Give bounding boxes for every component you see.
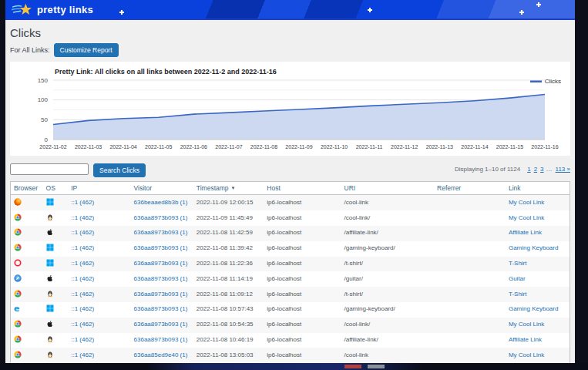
page-link[interactable]: 3 [540,166,543,173]
brand-text: pretty links [37,2,93,17]
os-cell [43,226,69,241]
pretty-link-cell[interactable]: Affiliate Link [506,333,570,348]
ip-link-cell[interactable]: ::1 (462) [68,271,130,287]
search-input[interactable] [10,163,89,175]
sparkle-icon [536,2,541,7]
pretty-link-cell[interactable]: T-Shirt [506,257,570,272]
ip-link-cell[interactable]: ::1 (462) [68,302,130,318]
timestamp-cell: 2022-11-08 10:57:43 [193,302,264,318]
pretty-link-cell[interactable]: My Cool Link [506,195,570,210]
uri-cell: /t-shirt/ [341,257,435,272]
safari-icon [14,274,22,282]
os-cell [43,210,69,226]
visitor-link-cell[interactable]: 636aa8973b093 (1) [131,271,193,287]
timestamp-cell: 2022-11-08 11:22:36 [193,257,264,272]
host-cell: ip6-localhost [264,241,341,257]
page-link[interactable]: 2 [534,166,537,173]
pretty-link-cell[interactable]: My Cool Link [506,348,570,363]
windows-icon [46,304,54,312]
column-header-browser[interactable]: Browser [11,182,43,195]
visitor-link-cell[interactable]: 636aa8973b093 (1) [131,210,193,226]
chrome-icon [14,244,22,251]
os-cell [43,348,69,363]
table-row: ::1 (462)636aa8973b093 (1)2022-11-08 11:… [11,257,570,272]
window-bottom-strip [0,363,588,370]
svg-text:2022-11-10: 2022-11-10 [321,144,348,150]
ip-link-cell[interactable]: ::1 (462) [68,257,130,272]
ip-link-cell[interactable]: ::1 (462) [68,318,130,333]
customize-report-button[interactable]: Customize Report [54,43,119,57]
visitor-link-cell[interactable]: 636aa8973b093 (1) [131,257,193,272]
ip-link-cell[interactable]: ::1 (462) [68,241,130,257]
linux-icon [46,290,54,298]
chrome-icon [14,214,22,221]
column-header-os[interactable]: OS [43,182,69,195]
visitor-link-cell[interactable]: 636aa85ed9e40 (1) [131,348,193,363]
visitor-link-cell[interactable]: 636aa8973b093 (1) [131,333,193,348]
pretty-link-cell[interactable]: My Cool Link [506,210,570,226]
svg-text:2022-11-08: 2022-11-08 [250,144,277,150]
page-link[interactable]: 113 » [556,166,570,173]
page-ellipsis: … [546,166,553,173]
browser-cell [11,257,43,272]
visitor-link-cell[interactable]: 636aa8973b093 (1) [131,318,193,333]
sparkle-icon [119,10,124,15]
table-row: ::1 (462)636aa8973b093 (1)2022-11-08 11:… [11,226,570,241]
host-cell: ip6-localhost [264,195,341,210]
pretty-link-cell[interactable]: My Cool Link [506,318,570,333]
timestamp-cell: 2022-11-08 11:39:42 [193,241,264,257]
host-cell: ip6-localhost [264,318,341,333]
column-header-referrer[interactable]: Referrer [434,182,506,195]
os-cell [43,257,69,272]
column-header-visitor[interactable]: Visitor [131,182,193,195]
host-cell: ip6-localhost [264,257,341,272]
ip-link-cell[interactable]: ::1 (462) [68,210,130,226]
edge-icon: e [14,305,22,313]
ip-link-cell[interactable]: ::1 (462) [68,287,130,302]
pretty-link-cell[interactable]: Gaming Keyboard [506,302,570,318]
host-cell: ip6-localhost [264,226,341,241]
os-cell [43,195,69,210]
host-cell: ip6-localhost [264,333,341,348]
windows-icon [46,198,54,206]
ip-link-cell[interactable]: ::1 (462) [68,333,130,348]
visitor-link-cell[interactable]: 636aa8973b093 (1) [131,302,193,318]
pretty-link-cell[interactable]: Affiliate Link [506,226,570,241]
apple-icon [46,320,54,328]
table-body: ::1 (462)636beaaed8b3b (1)2022-11-09 12:… [11,195,570,363]
browser-cell [11,195,43,210]
column-header-timestamp[interactable]: Timestamp▼ [193,182,264,195]
pretty-link-cell[interactable]: T-Shirt [506,287,570,302]
page-link[interactable]: 1 [527,166,530,173]
pretty-links-logo: pretty links [11,2,93,17]
clicks-chart: 0501001502022-11-022022-11-032022-11-042… [13,76,562,154]
column-header-uri[interactable]: URI [341,182,435,195]
pretty-link-cell[interactable]: Guitar [506,271,570,287]
uri-cell: /affiliate-link/ [341,333,435,348]
visitor-link-cell[interactable]: 636aa8973b093 (1) [131,226,193,241]
ip-link-cell[interactable]: ::1 (462) [68,226,130,241]
svg-text:2022-11-04: 2022-11-04 [109,144,136,150]
referrer-cell [434,271,506,287]
pretty-link-cell[interactable]: Gaming Keyboard [506,241,570,257]
column-header-host[interactable]: Host [264,182,341,195]
referrer-cell [434,226,506,241]
visitor-link-cell[interactable]: 636aa8973b093 (1) [131,287,193,302]
timestamp-cell: 2022-11-08 10:54:35 [193,318,264,333]
search-clicks-button[interactable]: Search Clicks [93,163,146,177]
chrome-icon [14,351,22,358]
ip-link-cell[interactable]: ::1 (462) [68,348,130,363]
ip-link-cell[interactable]: ::1 (462) [68,195,130,210]
visitor-link-cell[interactable]: 636beaaed8b3b (1) [131,195,193,210]
column-header-ip[interactable]: IP [68,182,130,195]
timestamp-cell: 2022-11-08 11:42:59 [193,226,264,241]
uri-cell: /affiliate-link/ [341,226,435,241]
svg-text:2022-11-09: 2022-11-09 [285,144,312,150]
uri-cell: /cool-link/ [341,318,435,333]
table-row: ::1 (462)636aa8973b093 (1)2022-11-08 10:… [11,333,570,348]
table-row: ::1 (462)636aa8973b093 (1)2022-11-09 11:… [11,210,570,226]
pagination-top: Displaying 1–10 of 1124123…113 » [455,166,570,173]
browser-cell [11,348,43,363]
column-header-link[interactable]: Link [506,182,570,195]
visitor-link-cell[interactable]: 636aa8973b093 (1) [131,241,193,257]
